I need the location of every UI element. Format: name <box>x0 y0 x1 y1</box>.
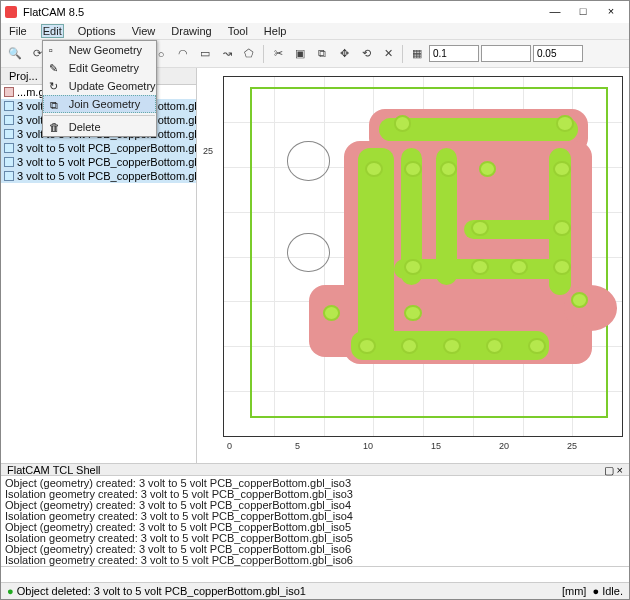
grid-x-field[interactable] <box>429 45 479 62</box>
x-tick: 15 <box>431 441 441 451</box>
minimize-button[interactable]: — <box>541 2 569 22</box>
window-title: FlatCAM 8.5 <box>23 6 84 18</box>
geometry-icon <box>4 87 14 97</box>
menu-options[interactable]: Options <box>76 24 118 38</box>
step-field[interactable] <box>533 45 583 62</box>
x-tick: 10 <box>363 441 373 451</box>
copy-icon[interactable]: ⧉ <box>312 44 332 64</box>
menu-drawing[interactable]: Drawing <box>169 24 213 38</box>
menu-separator <box>44 115 155 116</box>
title-bar: FlatCAM 8.5 — □ × <box>1 1 629 23</box>
shell-title: FlatCAM TCL Shell <box>7 464 101 475</box>
grid-icon[interactable]: ▦ <box>407 44 427 64</box>
menu-update-geometry[interactable]: ↻Update Geometry <box>43 77 156 95</box>
edit-dropdown: ▫New Geometry ✎Edit Geometry ↻Update Geo… <box>42 40 157 137</box>
menu-new-geometry[interactable]: ▫New Geometry <box>43 41 156 59</box>
menu-edit[interactable]: Edit ▫New Geometry ✎Edit Geometry ↻Updat… <box>41 24 64 38</box>
project-item[interactable]: 3 volt to 5 volt PCB_copperBottom.gbl_is… <box>1 155 196 169</box>
geometry-icon <box>4 129 14 139</box>
project-item-label: 3 volt to 5 volt PCB_copperBottom.gbl_is… <box>17 156 196 168</box>
rect-icon[interactable]: ▭ <box>195 44 215 64</box>
x-tick: 20 <box>499 441 509 451</box>
shell-header: FlatCAM TCL Shell ▢ × <box>1 463 629 476</box>
grid-y-field[interactable] <box>481 45 531 62</box>
menu-file[interactable]: File <box>7 24 29 38</box>
menu-delete[interactable]: 🗑Delete <box>43 118 156 136</box>
menu-help[interactable]: Help <box>262 24 289 38</box>
geometry-icon <box>4 115 14 125</box>
close-button[interactable]: × <box>597 2 625 22</box>
menu-view[interactable]: View <box>130 24 158 38</box>
shell-input[interactable] <box>1 566 629 582</box>
y-tick: 25 <box>203 146 213 156</box>
cut-icon[interactable]: ✂ <box>268 44 288 64</box>
canvas[interactable]: 25 0510152025 <box>197 68 629 463</box>
x-tick: 0 <box>227 441 232 451</box>
status-bar: ● Object deleted: 3 volt to 5 volt PCB_c… <box>1 582 629 599</box>
shell-close-icon[interactable]: ▢ × <box>604 464 623 475</box>
app-icon <box>5 6 17 18</box>
x-tick: 25 <box>567 441 577 451</box>
status-idle: ● Idle. <box>593 585 624 597</box>
new-icon: ▫ <box>49 44 61 56</box>
tcl-shell[interactable]: Object (geometry) created: 3 volt to 5 v… <box>1 476 629 566</box>
status-message: Object deleted: 3 volt to 5 volt PCB_cop… <box>17 585 306 597</box>
move-icon[interactable]: ✥ <box>334 44 354 64</box>
search-icon[interactable]: 🔍 <box>5 44 25 64</box>
arc-icon[interactable]: ◠ <box>173 44 193 64</box>
menu-join-geometry[interactable]: ⧉Join Geometry <box>43 95 156 113</box>
edit-icon: ✎ <box>49 62 61 74</box>
del-toolbar-icon[interactable]: ✕ <box>378 44 398 64</box>
maximize-button[interactable]: □ <box>569 2 597 22</box>
geometry-icon <box>4 101 14 111</box>
project-item-label: 3 volt to 5 volt PCB_copperBottom.gbl_is… <box>17 142 196 154</box>
project-item-label: 3 volt to 5 volt PCB_copperBottom.gbl_is… <box>17 170 196 182</box>
project-list[interactable]: ...m.gbl3 volt to 5 volt PCB_copperBotto… <box>1 85 196 463</box>
plot-area[interactable] <box>223 76 623 437</box>
project-item[interactable]: 3 volt to 5 volt PCB_copperBottom.gbl_is… <box>1 169 196 183</box>
pcb-outline <box>250 87 608 418</box>
poly-icon[interactable]: ⬠ <box>239 44 259 64</box>
update-icon: ↻ <box>49 80 61 92</box>
delete-icon: 🗑 <box>49 121 61 133</box>
x-tick: 5 <box>295 441 300 451</box>
geometry-icon <box>4 157 14 167</box>
rot-icon[interactable]: ⟲ <box>356 44 376 64</box>
menu-bar: File Edit ▫New Geometry ✎Edit Geometry ↻… <box>1 23 629 40</box>
geometry-icon <box>4 171 14 181</box>
union-icon[interactable]: ▣ <box>290 44 310 64</box>
menu-edit-geometry[interactable]: ✎Edit Geometry <box>43 59 156 77</box>
geometry-icon <box>4 143 14 153</box>
status-units: [mm] <box>562 585 586 597</box>
path-icon[interactable]: ↝ <box>217 44 237 64</box>
tab-project[interactable]: Proj... <box>1 68 47 85</box>
join-icon: ⧉ <box>50 99 62 111</box>
project-item[interactable]: 3 volt to 5 volt PCB_copperBottom.gbl_is… <box>1 141 196 155</box>
menu-tool[interactable]: Tool <box>226 24 250 38</box>
